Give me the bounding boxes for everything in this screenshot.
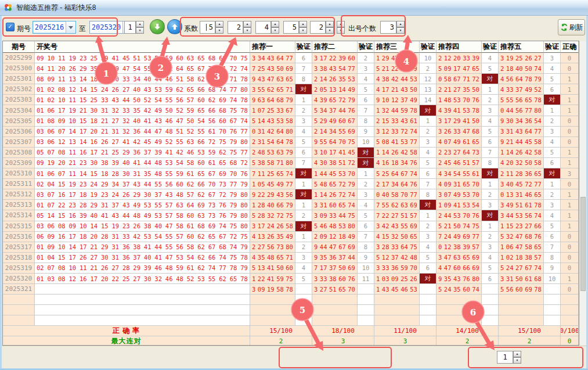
- recommend-cell: 114267274: [312, 189, 358, 200]
- summary-row: 正 确 率15/10018/10011/10014/10015/1000/100: [3, 326, 579, 336]
- recommend-cell: 528327275: [250, 210, 295, 221]
- coef-extra-spinner-buttons[interactable]: ▲▼: [337, 21, 345, 34]
- coef-spinner-4[interactable]: 5: [283, 21, 299, 34]
- offset-spinner[interactable]: 1: [124, 21, 136, 34]
- issue-from-combo[interactable]: 2025216: [33, 21, 76, 34]
- verify-cell: 6: [295, 148, 312, 158]
- column-header: 验证: [420, 41, 437, 53]
- grid-row[interactable]: 2025304010617192130313233354249505259656…: [3, 105, 579, 116]
- issue-label: 期号: [17, 24, 31, 34]
- verify-cell: [358, 294, 374, 305]
- coef-group-spinner[interactable]: 1: [497, 351, 513, 364]
- coef-spinner-3-buttons[interactable]: ▲▼: [271, 21, 279, 34]
- output-count-spinner[interactable]: 3: [380, 21, 396, 34]
- grid-row[interactable]: 2025299091011192325394145515354596063656…: [3, 53, 579, 63]
- verify-cell: 2: [358, 179, 374, 189]
- correct-count-cell: 0: [561, 263, 579, 274]
- offset-spinner-buttons[interactable]: ▲▼: [136, 21, 144, 34]
- grid-row[interactable]: 2025317010910141721293136384144555658626…: [3, 242, 579, 253]
- summary-label: 正 确 率: [3, 326, 250, 336]
- coef-spinner-4-buttons[interactable]: ▲▼: [299, 21, 307, 34]
- move-down-button[interactable]: [150, 19, 165, 34]
- recommend-cell: 333386076: [312, 274, 358, 284]
- chevron-down-icon[interactable]: [66, 21, 75, 33]
- draw-numbers-cell: 0809111314182430333440444651586265677178: [35, 74, 250, 84]
- recommend-cell: 532476876: [499, 232, 544, 242]
- coef-spinner-2[interactable]: 2: [228, 21, 243, 34]
- issue-range-checkbox[interactable]: ✓: [6, 23, 15, 31]
- verify-cell: 3: [420, 137, 437, 148]
- grid-row[interactable]: [3, 315, 579, 326]
- coef-spinner-3[interactable]: 4: [255, 21, 271, 34]
- verify-cell: 4: [482, 116, 499, 127]
- summary-value: 3: [312, 336, 374, 346]
- recommend-cell: 447606669: [437, 263, 482, 274]
- grid-row[interactable]: 2025306030607141720213132364447485152556…: [3, 127, 579, 137]
- move-up-button[interactable]: [167, 19, 182, 34]
- recommend-cell: [374, 315, 420, 326]
- grid-row[interactable]: 2025305010809101518212732404143464750545…: [3, 116, 579, 127]
- grid-row[interactable]: 2025313010722232829313743495355576364697…: [3, 200, 579, 210]
- grid-row[interactable]: 2025303010210111525334344505254555657606…: [3, 95, 579, 105]
- coef-spinner-1-buttons[interactable]: ▲▼: [215, 21, 223, 34]
- recommend-cell: 439415378: [437, 105, 482, 116]
- grid-row[interactable]: 2025312030716171819232426293037434857626…: [3, 189, 579, 200]
- recommend-cell: 755626369: [374, 200, 420, 210]
- grid-row[interactable]: 2025311020415192324293437434455566062667…: [3, 179, 579, 189]
- draw-numbers-cell: 0609161718202831334253545557606265677275: [35, 232, 250, 242]
- grid-row[interactable]: 2025308050708111617212529363739414246535…: [3, 148, 579, 158]
- grid-row[interactable]: 2025307030612131416262741424549525563667…: [3, 137, 579, 148]
- grid-row[interactable]: 2025309091920212330383940414448535458606…: [3, 158, 579, 168]
- recommend-cell: 943476365: [250, 74, 295, 84]
- recommend-cell: 513415060: [250, 263, 295, 274]
- grid-row[interactable]: 2025315030608091014151923263840475861686…: [3, 221, 579, 232]
- verify-cell: 7: [420, 179, 437, 189]
- grid-row[interactable]: [3, 305, 579, 315]
- verify-cell: 3: [482, 105, 499, 116]
- verify-cell: 3: [482, 200, 499, 210]
- verify-cell: 2: [544, 189, 561, 200]
- grid-row[interactable]: 2025321309195878327516570143454653524356…: [3, 284, 579, 294]
- coef-spinner-2-buttons[interactable]: ▲▼: [243, 21, 251, 34]
- grid-row[interactable]: 2025301080911131418243033344044465158626…: [3, 74, 579, 84]
- grid-row[interactable]: 2025318010415172627303136374041475354626…: [3, 253, 579, 263]
- verify-cell: 5: [482, 127, 499, 137]
- recommend-cell: [437, 294, 482, 305]
- verify-cell: [544, 315, 561, 326]
- recommend-cell: 955647075: [312, 137, 358, 148]
- coef-spinner-1[interactable]: 5: [200, 21, 215, 34]
- grid-row[interactable]: 2025302010208121415242627404353596265666…: [3, 84, 579, 95]
- coef-group-spinner-buttons[interactable]: ▲▼: [513, 351, 521, 364]
- coef-spinner-5[interactable]: 2: [310, 21, 326, 34]
- recommend-cell: 327516570: [312, 284, 358, 294]
- draw-numbers-cell: 0204151923242934374344555660626670737779: [35, 179, 250, 189]
- recommend-cell: 144455370: [312, 168, 358, 179]
- recommend-cell: [437, 315, 482, 326]
- grid-row[interactable]: 2025300041120262935383947545559626465677…: [3, 63, 579, 74]
- grid-row[interactable]: 2025319020708101121262728293946485961627…: [3, 263, 579, 274]
- issue-cell: 2025316: [3, 232, 35, 242]
- summary-value: 15/100: [250, 326, 312, 336]
- verify-cell: 3: [544, 127, 561, 137]
- refresh-button[interactable]: 刷新: [558, 19, 585, 35]
- draw-numbers-cell: 0514151639404143444849535758606373767980: [35, 210, 250, 221]
- recommend-cell: 342435569: [374, 221, 420, 232]
- app-window: 智能选五推荐 - 福彩快乐8 — ❐ × ✓ 期号 2025216 至 2025…: [0, 0, 588, 370]
- grid-row[interactable]: 2025316060916171820283133425354555760626…: [3, 232, 579, 242]
- output-count-spinner-buttons[interactable]: ▲▼: [396, 21, 405, 34]
- grid-row[interactable]: 2025320010308121617202225273032464852535…: [3, 274, 579, 284]
- to-label: 至: [79, 24, 86, 34]
- verify-cell: 2: [482, 95, 499, 105]
- verify-cell: 2: [482, 232, 499, 242]
- coef-spinner-5-buttons[interactable]: ▲▼: [326, 21, 334, 34]
- verify-cell: 5: [358, 84, 374, 95]
- scrollbar-thumb[interactable]: [580, 197, 586, 291]
- recommend-cell: 248536379: [250, 148, 295, 158]
- vertical-scrollbar[interactable]: [580, 41, 586, 345]
- verify-cell: 2: [420, 221, 437, 232]
- verify-cell: 6: [420, 168, 437, 179]
- grid-row[interactable]: [3, 294, 579, 305]
- verify-cell: 7: [295, 158, 312, 168]
- grid-row[interactable]: 2025314051415163940414344484953575860637…: [3, 210, 579, 221]
- grid-row[interactable]: 2025310010607111415182830313548555961656…: [3, 168, 579, 179]
